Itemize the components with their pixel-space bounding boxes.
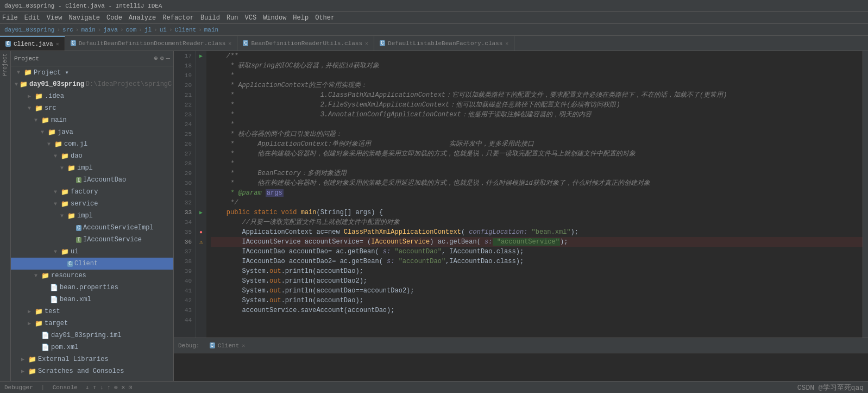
tree-item-test[interactable]: ▶ 📁 test [11,305,173,317]
warn-icon[interactable]: ⚠ [199,239,203,245]
tab-close-icon[interactable]: ✕ [365,40,368,47]
tree-item-bean-xml[interactable]: 📄 bean.xml [11,294,173,305]
tab-bean-def-reader-utils[interactable]: C BeanDefinitionReaderUtils.class ✕ [237,36,374,51]
add-icon[interactable]: ⊕ [154,54,158,63]
tab-close-icon[interactable]: ✕ [228,40,231,47]
folder-icon: 📁 [61,152,69,160]
menu-refactor[interactable]: Refactor [162,14,194,22]
folder-icon: 📁 [35,320,43,328]
tree-label: dao [71,152,83,160]
tree-item-target[interactable]: ▶ 📁 target [11,317,173,329]
error-icon[interactable]: ● [199,229,203,235]
menu-window[interactable]: Window [263,14,286,22]
gutter-error-35[interactable]: ● [196,227,206,237]
tree-item-project[interactable]: ▼ 📁 Project ▾ [11,66,173,78]
code-content[interactable]: /** * 获取spring的IOC核心容器，并根据id获取对象 * * App… [206,51,863,338]
tab-close-icon[interactable]: ✕ [242,342,245,349]
tab-default-listable[interactable]: C DefaultListableBeanFactory.class ✕ [374,36,514,51]
tree-label: impl [77,212,93,220]
tree-item-service-impl[interactable]: ▼ 📁 impl [11,210,173,222]
code-line-39: System.out.println(accountDao); [211,266,863,276]
menu-view[interactable]: View [47,14,62,22]
menu-run[interactable]: Run [227,14,238,22]
tree-label: IAccountService [83,236,142,244]
code-line-30: * 他在构建核心容器时，创建对象采用的策略是采用延迟加载的方式，也就是说，什么时… [211,178,863,188]
folder-icon: 📁 [61,248,69,256]
arrow-icon: ▶ [21,356,27,363]
arrow-icon: ▼ [41,129,46,135]
bottom-tab-client[interactable]: C Client ✕ [204,338,251,353]
tree-item-resources[interactable]: ▼ 📁 resources [11,270,173,282]
tree-item-comjl[interactable]: ▼ 📁 com.jl [11,138,173,150]
menu-help[interactable]: Help [293,14,309,22]
tree-item-day01[interactable]: ▼ 📁 day01_03spring D:\IdeaProject\spring… [11,78,173,90]
tree-item-dao[interactable]: ▼ 📁 dao [11,150,173,162]
tree-item-dao-impl[interactable]: ▼ 📁 impl [11,162,173,174]
tree-item-pom[interactable]: 📄 pom.xml [11,341,173,353]
tree-item-scratches[interactable]: ▶ 📁 Scratches and Consoles [11,365,173,377]
code-line-26: * ApplicationContext:单例对象适用 实际开发中，更多采用此接… [211,139,863,149]
tree-item-iml[interactable]: 📄 day01_03spring.iml [11,329,173,341]
tree-item-external-libs[interactable]: ▶ 📁 External Libraries [11,353,173,365]
folder-icon: 📁 [35,308,43,316]
tree-item-java[interactable]: ▼ 📁 java [11,126,173,138]
breadcrumb-item[interactable]: main [81,27,95,33]
minimize-icon[interactable]: — [166,55,170,63]
gutter-cell [196,217,206,227]
menu-file[interactable]: File [2,14,18,22]
tab-client-java[interactable]: C Client.java ✕ [0,36,65,51]
tree-label: ui [71,248,78,255]
settings-icon[interactable]: ⚙ [160,54,164,63]
line-num: 43 [185,305,192,315]
menu-code[interactable]: Code [106,14,122,22]
project-panel-toggle[interactable]: Project [2,53,8,76]
class-icon: C [67,261,73,267]
tree-item-src[interactable]: ▼ 📁 src [11,102,173,114]
folder-icon: 📁 [28,367,36,376]
breadcrumb-item[interactable]: main [204,27,218,33]
tab-default-bean-def[interactable]: C DefaultBeanDefinitionDocumentReader.cl… [65,36,238,51]
code-area[interactable]: 17 18 19 20 21 22 23 24 25 26 27 28 29 3… [174,51,868,338]
bottom-tabs: Debug: C Client ✕ [174,338,868,353]
tree-label: java [58,128,73,136]
menu-navigate[interactable]: Navigate [68,14,100,22]
title-bar: day01_03spring - Client.java - IntelliJ … [0,0,868,12]
tree-item-factory[interactable]: ▼ 📁 factory [11,186,173,198]
tree-item-ui[interactable]: ▼ 📁 ui [11,246,173,258]
run-icon[interactable]: ▶ [199,53,203,59]
tree-item-client[interactable]: C Client [11,258,173,270]
tree-item-bean-properties[interactable]: 📄 bean.properties [11,282,173,294]
tree-item-iaccountservice[interactable]: I IAccountService [11,234,173,246]
breadcrumb-item[interactable]: java [103,27,117,33]
debug-label: Debug: [174,338,204,353]
tree-item-idea[interactable]: ▶ 📁 .idea [11,90,173,102]
breadcrumb-item[interactable]: ui [160,27,167,33]
tree-item-iaccount-dao[interactable]: I IAccountDao [11,174,173,186]
line-num: 29 [185,169,192,178]
arrow-icon: ▶ [28,308,33,315]
menu-build[interactable]: Build [200,14,220,22]
code-line-33: public static void main(String[] args) { [211,208,863,217]
tree-item-main[interactable]: ▼ 📁 main [11,114,173,126]
code-line-28: * [211,159,863,169]
tree-item-accountserviceimpl[interactable]: C AccountServiceImpl [11,222,173,234]
status-left: Debugger | Console ⇓ ⇑ ↓ ↑ ⊕ ✕ ⊡ [4,384,132,391]
line-num: 23 [185,110,192,120]
tree-item-service[interactable]: ▼ 📁 service [11,198,173,210]
file-icon: 📄 [50,284,58,292]
run-icon[interactable]: ▶ [199,209,203,216]
menu-other[interactable]: Other [315,14,335,22]
arrow-icon: ▼ [60,165,66,171]
menu-edit[interactable]: Edit [24,14,40,22]
menu-analyze[interactable]: Analyze [129,14,156,22]
breadcrumb-item[interactable]: src [62,27,73,33]
breadcrumb-item[interactable]: day01_03spring [4,27,54,33]
menu-vcs[interactable]: VCS [245,14,257,22]
gutter-run-33[interactable]: ▶ [196,208,206,217]
breadcrumb-item[interactable]: Client [175,27,197,33]
breadcrumb-item[interactable]: jl [144,27,152,33]
gutter-warn-36[interactable]: ⚠ [196,237,206,247]
tab-close-icon[interactable]: ✕ [505,40,508,47]
breadcrumb-item[interactable]: com [125,27,136,33]
tab-close-icon[interactable]: ✕ [56,41,59,47]
